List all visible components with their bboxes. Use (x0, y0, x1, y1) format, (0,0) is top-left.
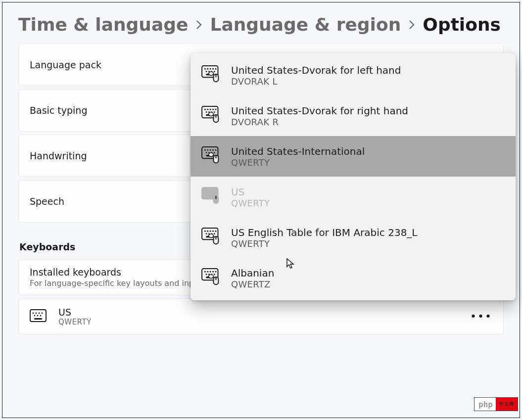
breadcrumb-language-region[interactable]: Language & region (210, 14, 401, 35)
option-name: United States-International (231, 145, 365, 157)
svg-point-83 (214, 274, 215, 275)
row-label: Language pack (30, 59, 101, 70)
keyboard-option[interactable]: US English Table for IBM Arabic 238_L QW… (190, 217, 516, 258)
svg-point-13 (212, 68, 214, 70)
svg-point-40 (215, 149, 217, 151)
option-name: United States-Dvorak for right hand (231, 105, 408, 117)
svg-point-27 (215, 109, 217, 110)
watermark-left: php (475, 400, 496, 409)
keyboard-layout: QWERTY (58, 318, 92, 327)
svg-point-39 (212, 149, 214, 151)
option-name: US (231, 186, 270, 198)
svg-point-79 (215, 271, 217, 273)
option-layout: DVORAK L (231, 76, 401, 87)
breadcrumb: Time & language Language & region Option… (18, 14, 504, 35)
more-options-button[interactable]: ••• (470, 311, 492, 322)
svg-point-6 (37, 315, 39, 317)
keyboard-mouse-icon (201, 146, 221, 166)
keyboard-mouse-icon (201, 187, 221, 207)
svg-point-80 (206, 274, 207, 275)
keyboard-mouse-icon (201, 65, 221, 85)
chevron-right-icon (195, 19, 203, 31)
chevron-right-icon (408, 19, 416, 31)
keyboard-picker-flyout: United States-Dvorak for left hand DVORA… (190, 53, 516, 300)
option-layout: QWERTZ (231, 279, 274, 289)
keyboard-option[interactable]: Albanian QWERTZ (190, 258, 516, 298)
breadcrumb-options: Options (423, 14, 501, 35)
svg-point-7 (40, 315, 42, 317)
svg-point-52 (212, 190, 214, 191)
svg-point-1 (33, 313, 34, 314)
option-name: United States-Dvorak for left hand (231, 64, 401, 76)
svg-point-49 (204, 190, 206, 191)
option-name: US English Table for IBM Arabic 238_L (231, 227, 418, 238)
option-layout: QWERTY (231, 198, 270, 208)
svg-point-28 (206, 111, 207, 113)
breadcrumb-time-language[interactable]: Time & language (18, 14, 188, 35)
svg-point-77 (210, 271, 211, 273)
svg-point-64 (210, 231, 211, 232)
svg-point-25 (210, 109, 211, 110)
svg-point-11 (207, 68, 208, 70)
row-label: Handwriting (30, 150, 87, 161)
svg-point-70 (214, 233, 215, 234)
svg-rect-8 (34, 318, 42, 320)
svg-point-37 (207, 149, 208, 151)
keyboard-mouse-icon (201, 268, 221, 288)
svg-point-63 (207, 231, 208, 232)
keyboard-option: US QWERTY (190, 177, 516, 217)
svg-point-38 (210, 149, 211, 151)
svg-point-10 (204, 68, 206, 70)
svg-point-31 (214, 111, 215, 113)
option-layout: DVORAK R (231, 117, 408, 127)
svg-point-66 (215, 231, 217, 232)
svg-point-3 (39, 313, 40, 314)
svg-point-67 (206, 233, 207, 234)
svg-point-62 (204, 231, 206, 232)
row-label: Speech (30, 196, 64, 207)
svg-point-54 (206, 192, 207, 194)
svg-point-14 (215, 68, 217, 70)
watermark-right: 中文网 (499, 401, 514, 408)
svg-point-57 (214, 192, 215, 194)
svg-point-18 (214, 71, 215, 72)
keyboard-mouse-icon (201, 228, 221, 247)
svg-point-15 (206, 71, 207, 72)
keyboard-mouse-icon (201, 106, 221, 126)
keyboard-option[interactable]: United States-International QWERTY (190, 136, 516, 177)
keyboard-option[interactable]: United States-Dvorak for left hand DVORA… (190, 55, 516, 95)
svg-point-2 (36, 313, 37, 314)
svg-point-44 (214, 152, 215, 153)
svg-point-78 (212, 271, 214, 273)
svg-point-12 (210, 68, 211, 70)
option-layout: QWERTY (231, 238, 418, 249)
keyboard-name: US (58, 307, 92, 318)
row-label: Basic typing (30, 105, 87, 116)
svg-point-76 (207, 271, 208, 273)
keyboard-row[interactable]: US QWERTY ••• (18, 298, 504, 335)
svg-point-4 (42, 313, 43, 314)
keyboard-option[interactable]: United States-Dvorak for right hand DVOR… (190, 95, 516, 136)
svg-point-53 (215, 190, 217, 191)
svg-point-23 (204, 109, 206, 110)
svg-point-65 (212, 231, 214, 232)
svg-point-36 (204, 149, 206, 151)
svg-point-51 (210, 190, 211, 191)
svg-point-5 (34, 315, 36, 317)
svg-point-75 (204, 271, 206, 273)
keyboard-icon (30, 309, 47, 324)
watermark-badge: php 中文网 (474, 397, 518, 411)
option-layout: QWERTY (231, 157, 365, 168)
svg-point-24 (207, 109, 208, 110)
svg-point-50 (207, 190, 208, 191)
svg-point-41 (206, 152, 207, 153)
option-name: Albanian (231, 267, 274, 279)
svg-point-26 (212, 109, 214, 110)
